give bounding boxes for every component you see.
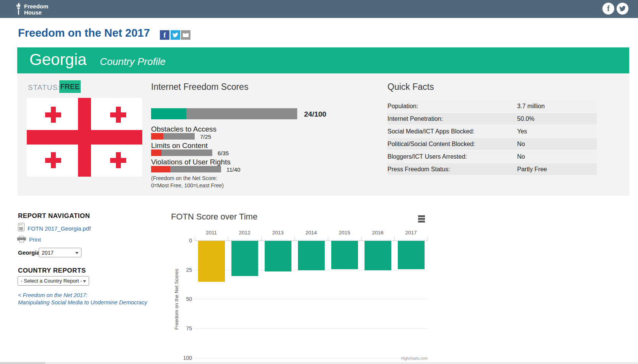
quick-fact-row: Political/Social Content Blocked:No	[387, 138, 597, 150]
country-name: Georgia	[29, 50, 86, 69]
quick-fact-value: 3.7 million	[517, 103, 545, 110]
flag-cross-tl	[45, 107, 61, 123]
subscore-fill	[151, 150, 161, 156]
chevron-down-icon	[83, 280, 86, 284]
score-bar-2015[interactable]	[331, 241, 358, 269]
subscore-bar	[151, 166, 221, 172]
share-email-icon[interactable]	[181, 30, 190, 40]
quick-fact-row: Population:3.7 million	[387, 100, 597, 112]
chart-title: FOTN Score over Time	[171, 212, 257, 222]
quick-fact-label: Internet Penetration:	[387, 115, 443, 122]
quick-fact-value: No	[517, 153, 525, 160]
subscore-bar	[151, 150, 212, 156]
quick-fact-label: Press Freedom Status:	[387, 166, 450, 173]
quick-fact-row: Social Media/ICT Apps Blocked:Yes	[387, 125, 597, 137]
profile-section: STATUS: FREE Internet Freedom Scores 24/…	[17, 73, 629, 196]
score-bar-2014[interactable]	[298, 241, 325, 270]
print-link[interactable]: Print	[29, 236, 41, 243]
subscore-value: 6/35	[218, 150, 229, 156]
x-tick	[195, 237, 195, 240]
georgia-flag	[27, 98, 142, 177]
back-to-report-link-line1[interactable]: < Freedom on the Net 2017:	[18, 292, 88, 298]
status-badge: FREE	[59, 80, 81, 93]
subscore-fill	[151, 166, 170, 172]
x-category-label: 2014	[295, 230, 328, 236]
page-title: Freedom on the Net 2017	[18, 27, 150, 39]
torch-icon	[15, 2, 22, 17]
freedom-house-logo[interactable]: Freedom House	[15, 2, 48, 17]
y-tick-label: 0	[177, 237, 192, 244]
total-score-value: 24/100	[304, 110, 326, 119]
scores-heading: Internet Freedom Scores	[151, 82, 248, 92]
quick-fact-row: Press Freedom Status:Partly Free	[387, 163, 597, 175]
score-bar-2012[interactable]	[231, 241, 258, 276]
x-category-label: 2016	[361, 230, 394, 236]
year-select[interactable]: 2017	[39, 248, 81, 257]
score-footnote-line1: (Freedom on the Net Score:	[151, 175, 218, 181]
gridline	[195, 358, 428, 358]
country-profile-subtitle: Country Profile	[100, 56, 166, 68]
x-tick	[261, 237, 262, 240]
print-icon	[17, 236, 26, 243]
score-footnote-line2: 0=Most Free, 100=Least Free)	[151, 182, 224, 188]
x-category-label: 2012	[228, 230, 261, 236]
x-category-label: 2017	[394, 230, 428, 236]
highcharts-credit[interactable]: Highcharts.com	[401, 356, 428, 361]
quick-fact-label: Social Media/ICT Apps Blocked:	[387, 128, 474, 135]
quick-fact-row: Bloggers/ICT Users Arrested:No	[387, 151, 597, 162]
share-facebook-icon[interactable]: f	[160, 30, 169, 40]
quick-fact-label: Bloggers/ICT Users Arrested:	[387, 153, 467, 160]
quick-facts-heading: Quick Facts	[387, 82, 434, 92]
chart-menu-icon[interactable]	[418, 215, 425, 223]
flag-cross-bl	[45, 152, 61, 168]
x-category-label: 2015	[328, 230, 361, 236]
twitter-icon[interactable]	[617, 3, 628, 15]
quick-fact-value: No	[517, 141, 525, 148]
status-label: STATUS:	[28, 83, 60, 92]
subscore-label: Violations of User Rights	[151, 158, 231, 166]
report-navigation-heading: REPORT NAVIGATION	[18, 212, 90, 220]
page-bottom-block	[0, 362, 45, 364]
x-category-label: 2011	[195, 230, 228, 236]
gridline	[195, 299, 428, 299]
x-tick	[295, 237, 295, 240]
x-tick	[328, 237, 328, 240]
chevron-down-icon	[75, 252, 78, 256]
site-header: Freedom House f	[0, 0, 638, 18]
quick-fact-label: Political/Social Content Blocked:	[387, 141, 475, 148]
pdf-icon	[18, 223, 24, 231]
score-bar-2013[interactable]	[265, 241, 291, 271]
quick-fact-label: Population:	[387, 103, 418, 110]
share-twitter-icon[interactable]	[171, 30, 180, 40]
x-tick	[428, 237, 428, 240]
subscore-label: Obstacles to Access	[151, 125, 216, 133]
score-bar-2016[interactable]	[365, 241, 391, 270]
subscore-label: Limits on Content	[151, 141, 208, 150]
facebook-icon[interactable]: f	[602, 3, 614, 15]
subscore-value: 11/40	[226, 166, 240, 173]
x-tick	[394, 237, 395, 240]
quick-fact-value: 50.0%	[517, 115, 534, 122]
country-banner: Georgia Country Profile	[17, 47, 629, 73]
total-score-fill	[151, 108, 186, 119]
total-score-bar	[151, 108, 297, 119]
score-bar-2017[interactable]	[398, 241, 425, 269]
x-category-label: 2013	[261, 230, 295, 236]
subscore-fill	[151, 133, 163, 140]
score-bar-2011[interactable]	[198, 241, 225, 282]
quick-fact-value: Partly Free	[517, 166, 547, 173]
x-tick	[361, 237, 361, 240]
quick-fact-row: Internet Penetration:50.0%	[387, 113, 597, 125]
gridline	[195, 328, 428, 329]
pdf-download-link[interactable]: FOTN 2017_Georgia.pdf	[28, 225, 91, 232]
brand-text: Freedom House	[24, 3, 48, 16]
y-axis-title: Freedom on the Net Scores	[174, 257, 179, 341]
subscore-bar	[151, 133, 195, 140]
country-report-select[interactable]: - Select a Country Report -	[18, 276, 89, 286]
fotn-score-chart: FOTN Score over Time 0255075100201120122…	[171, 210, 428, 363]
subscore-value: 7/25	[200, 133, 211, 140]
back-to-report-link-line2[interactable]: Manipulating Social Media to Undermine D…	[18, 299, 147, 306]
country-reports-heading: COUNTRY REPORTS	[18, 267, 86, 275]
flag-cross-tr	[110, 107, 126, 123]
flag-cross-br	[110, 152, 126, 168]
